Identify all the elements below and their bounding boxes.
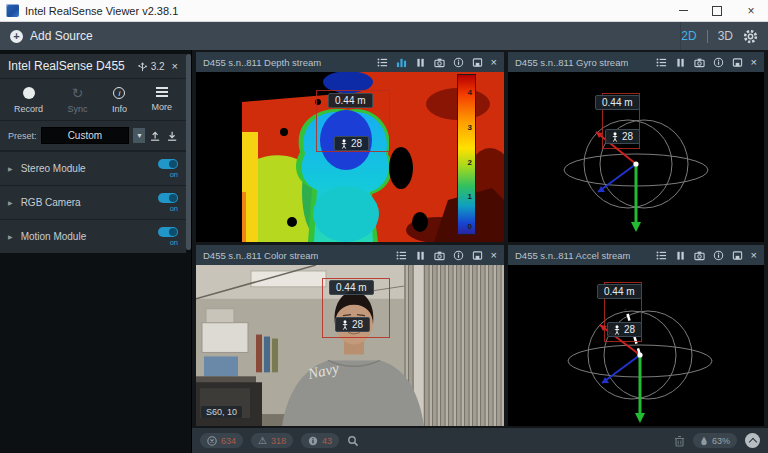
metadata-icon[interactable]	[656, 250, 667, 261]
preset-label: Preset:	[8, 131, 37, 141]
close-window-button[interactable]: ×	[734, 0, 768, 21]
height-value: 28	[351, 138, 362, 149]
save-icon[interactable]	[732, 57, 743, 68]
minimize-button[interactable]	[666, 0, 700, 21]
info-button[interactable]: i Info	[112, 87, 127, 114]
view-2d-tab[interactable]: 2D	[681, 29, 696, 43]
color-stream-panel: D455 s.n..811 Color stream ×	[196, 245, 504, 426]
pause-icon[interactable]	[675, 250, 686, 261]
person-height-icon	[342, 320, 348, 330]
height-label: 28	[334, 136, 369, 151]
pause-icon[interactable]	[415, 250, 426, 261]
motion-module-toggle[interactable]	[158, 227, 178, 237]
stream-info-icon[interactable]	[713, 57, 724, 68]
metadata-icon[interactable]	[377, 57, 388, 68]
close-stream-icon[interactable]: ×	[751, 250, 757, 261]
stream-title: D455 s.n..811 Gyro stream	[515, 57, 628, 68]
distance-label: 0.44 m	[329, 280, 374, 295]
record-button[interactable]: Record	[14, 87, 43, 114]
more-button[interactable]: More	[151, 87, 172, 114]
depth-stream-view[interactable]: 4 3 2 1 0 0.44 m 28	[196, 72, 504, 242]
hamburger-icon	[156, 87, 168, 97]
module-label: RGB Camera	[21, 197, 81, 208]
sidebar: Intel RealSense D455 3.2 × Record ↻	[0, 50, 192, 453]
preset-dropdown-icon[interactable]: ▼	[133, 128, 145, 143]
plus-icon: +	[10, 30, 23, 43]
expander-icon[interactable]: ▶	[8, 199, 13, 206]
gyro-stream-header: D455 s.n..811 Gyro stream ×	[508, 52, 764, 72]
save-icon[interactable]	[472, 250, 483, 261]
app-icon	[6, 4, 19, 17]
sidebar-item-motion-module[interactable]: ▶ Motion Module on	[0, 219, 186, 253]
trash-icon[interactable]	[674, 435, 685, 447]
stream-title: D455 s.n..811 Depth stream	[203, 57, 321, 68]
sidebar-item-rgb-camera[interactable]: ▶ RGB Camera on	[0, 185, 186, 219]
accel-stream-header: D455 s.n..811 Accel stream ×	[508, 245, 764, 265]
expander-icon[interactable]: ▶	[8, 233, 13, 240]
stream-area: D455 s.n..811 Depth stream ×	[192, 50, 768, 428]
download-preset-icon[interactable]	[166, 129, 178, 142]
height-label: 28	[607, 322, 642, 337]
snapshot-camera-icon[interactable]	[694, 250, 705, 261]
depth-stream-header: D455 s.n..811 Depth stream ×	[196, 52, 504, 72]
scale-tick: 4	[468, 88, 472, 97]
memory-usage-badge: 63%	[693, 433, 737, 448]
device-panel: Intel RealSense D455 3.2 × Record ↻	[0, 54, 186, 253]
person-height-icon	[341, 139, 347, 149]
color-stream-view[interactable]: Navy 0.44 m 28 S60, 10	[196, 265, 504, 426]
collapse-chevron-up-button[interactable]	[745, 433, 760, 448]
snapshot-camera-icon[interactable]	[694, 57, 705, 68]
sidebar-scrollbar[interactable]	[186, 54, 191, 250]
pause-icon[interactable]	[675, 57, 686, 68]
add-source-label: Add Source	[30, 29, 93, 43]
metadata-icon[interactable]	[396, 250, 407, 261]
usb-icon	[137, 61, 148, 72]
person-height-icon	[614, 325, 620, 335]
device-header: Intel RealSense D455 3.2 ×	[0, 54, 186, 79]
search-icon[interactable]	[347, 435, 359, 447]
close-stream-icon[interactable]: ×	[491, 250, 497, 261]
accel-stream-view[interactable]: 0.44 m 28	[508, 265, 764, 426]
pause-icon[interactable]	[415, 57, 426, 68]
gyro-stream-view[interactable]: 0.44 m 28	[508, 72, 764, 242]
error-circle-icon	[207, 436, 217, 446]
metadata-icon[interactable]	[656, 57, 667, 68]
stream-info-icon[interactable]	[453, 57, 464, 68]
settings-gear-icon[interactable]	[743, 29, 758, 44]
stream-info-icon[interactable]	[453, 250, 464, 261]
save-icon[interactable]	[472, 57, 483, 68]
rgb-camera-toggle[interactable]	[158, 193, 178, 203]
errors-badge[interactable]: 634	[200, 433, 243, 448]
warnings-badge[interactable]: ⚠ 318	[251, 433, 293, 448]
depth-color-scale: 4 3 2 1 0	[457, 74, 476, 235]
snapshot-camera-icon[interactable]	[434, 57, 445, 68]
toggle-state: on	[170, 170, 178, 179]
distance-label: 0.44 m	[595, 95, 640, 110]
close-stream-icon[interactable]: ×	[491, 57, 497, 68]
save-icon[interactable]	[732, 250, 743, 261]
person-height-icon	[612, 132, 618, 142]
sync-button[interactable]: ↻ Sync	[67, 87, 87, 114]
sidebar-item-stereo-module[interactable]: ▶ Stereo Module on	[0, 151, 186, 185]
close-stream-icon[interactable]: ×	[751, 57, 757, 68]
record-label: Record	[14, 104, 43, 114]
stereo-module-toggle[interactable]	[158, 159, 178, 169]
usb-info: 3.2	[137, 61, 165, 72]
view-3d-tab[interactable]: 3D	[718, 29, 733, 43]
add-source-button[interactable]: + Add Source	[0, 29, 192, 43]
close-icon: ×	[747, 4, 754, 18]
scale-tick: 3	[468, 123, 472, 132]
info-badge[interactable]: 43	[301, 433, 339, 448]
expander-icon[interactable]: ▶	[8, 165, 13, 172]
info-circle-icon	[308, 436, 318, 446]
histogram-icon[interactable]	[396, 57, 407, 68]
upload-preset-icon[interactable]	[149, 129, 161, 142]
snapshot-camera-icon[interactable]	[434, 250, 445, 261]
preset-row: Preset: Custom ▼	[0, 121, 186, 151]
stream-info-icon[interactable]	[713, 250, 724, 261]
preset-select[interactable]: Custom	[41, 127, 130, 144]
maximize-button[interactable]	[700, 0, 734, 21]
device-close-icon[interactable]: ×	[172, 60, 178, 72]
warning-icon: ⚠	[258, 436, 267, 446]
color-stream-header: D455 s.n..811 Color stream ×	[196, 245, 504, 265]
